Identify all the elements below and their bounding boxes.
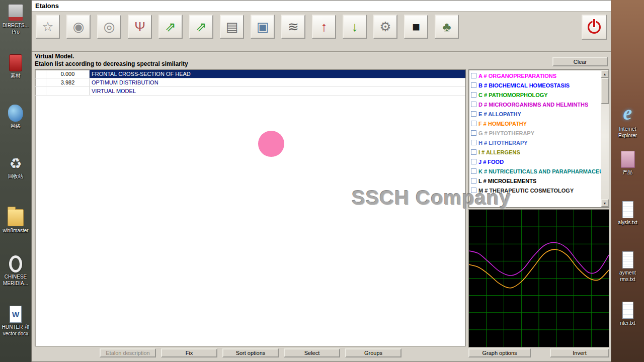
category-scrollbar[interactable]: ▲ ▼ [601,70,609,207]
etalon-row-label: VIRTUAL MODEL [90,87,465,95]
virtual-model-marker [258,131,284,157]
category-item[interactable]: J # FOOD [469,157,601,166]
etalon-list[interactable]: 0.000FRONTAL CROSS-SECTION OF HEAD3.982O… [35,69,466,346]
spectrum-graph [468,209,609,347]
vessels-button[interactable]: Ψ [128,15,152,39]
print-icon: ▤ [226,20,238,33]
window-titlebar[interactable]: Etalons [32,1,611,12]
category-item[interactable]: G # PHYTOTHERAPY [469,128,601,138]
graph-button-row: Graph optionsInvert [468,348,609,357]
etalon-row-marker [35,78,46,86]
spectrum-button[interactable]: ≋ [281,15,305,39]
category-checkbox[interactable] [471,121,476,126]
ie-icon: e [623,101,632,125]
category-item[interactable]: L # MICROELEMENTS [469,176,601,186]
etalon-row-label: FRONTAL CROSS-SECTION OF HEAD [90,70,465,78]
category-checkbox[interactable] [471,130,476,136]
settings-gears-icon: ⚙ [379,20,391,33]
desktop-icon-hunter-doc[interactable]: WHUNTER 和 vector.docx [0,306,31,356]
brain-button[interactable]: ◉ [66,15,91,39]
category-checkbox[interactable] [471,159,476,164]
etalon-row-value: 3.982 [46,78,90,86]
category-label: I # ALLERGENS [478,149,520,155]
clear-button[interactable]: Clear [552,57,608,66]
category-item[interactable]: B # BIOCHEMICAL HOMEOSTASIS [469,80,601,90]
brain-icon: ◉ [73,20,85,33]
eraser-button[interactable]: ■ [404,15,428,39]
print-button[interactable]: ▤ [220,15,244,39]
etalon-list-heading: Etalon list according to decreasing spec… [35,60,188,67]
category-checkbox[interactable] [471,178,476,184]
etalon-row[interactable]: VIRTUAL MODEL [35,87,465,96]
etalon-row[interactable]: 0.000FRONTAL CROSS-SECTION OF HEAD [35,70,465,78]
category-label: C # PATHOMORPHOLOGY [478,92,548,98]
desktop-icon-label: win8master [3,228,28,234]
category-item[interactable]: M # THERAPEUTIC COSMETOLOGY [469,186,601,195]
category-list: A # ORGANOPREPARATIONSB # BIOCHEMICAL HO… [469,71,601,195]
etalon-row[interactable]: 3.982OPTIMUM DISTRIBUTION [35,78,465,87]
category-label: H # LITOTHERAPY [478,140,528,146]
desktop-icon-win8master[interactable]: win8master [0,205,31,255]
category-checkbox[interactable] [471,111,476,117]
desktop-icon-alysis-txt[interactable]: alysis.txt [612,201,643,251]
settings-gears-button[interactable]: ⚙ [373,15,397,39]
category-checkbox[interactable] [471,73,476,78]
compare-chart-icon: ⇗ [196,20,207,33]
desktop-icon-chinese-meridian[interactable]: CHINESE MERIDIA... [0,255,31,306]
ring-icon [9,255,22,273]
bottom-button-row: Etalon descriptionFixSort optionsSelectG… [100,348,401,357]
entropy-chart-button[interactable]: ⇗ [158,15,183,39]
desktop-icon-chanpin[interactable]: 产品 [612,151,643,201]
category-item[interactable]: K # NUTRICEUTICALS AND PARAPHARMACEUTICA… [469,166,601,176]
category-item[interactable]: H # LITOTHERAPY [469,138,601,147]
category-item[interactable]: C # PATHOMORPHOLOGY [469,90,601,100]
notepad-icon [622,201,633,218]
category-checkbox[interactable] [471,82,476,88]
category-checkbox[interactable] [471,149,476,155]
category-item[interactable]: E # ALLOPATHY [469,109,601,119]
desktop-icon-directs-pro[interactable]: DIRECTS... Pro [0,4,31,54]
category-checkbox[interactable] [471,188,476,193]
category-label: M # THERAPEUTIC COSMETOLOGY [478,188,574,194]
category-checkbox[interactable] [471,140,476,145]
desktop-icon-label: 网络 [11,123,21,130]
category-checkbox[interactable] [471,92,476,98]
toolbar: ☆◉◎Ψ⇗⇗▤▣≋↑↓⚙■♣ [32,12,611,52]
category-checkbox[interactable] [471,168,476,174]
desktop-icon-recycle-bin[interactable]: ♻回收站 [0,155,31,205]
category-item[interactable]: D # MICROORGANISMS AND HELMINTHS [469,100,601,109]
invert-button[interactable]: Invert [550,348,609,357]
desktop-icon-label: ayment rms.txt [619,270,636,283]
desktop-icon-ayment-txt[interactable]: ayment rms.txt [612,251,643,302]
desktop-icon-nter-txt[interactable]: nter.txt [612,302,643,352]
fix-button[interactable]: Fix [161,348,217,357]
meridians-icon: ◎ [104,20,115,33]
category-item[interactable]: A # ORGANOPREPARATIONS [469,71,601,80]
desktop-icon-label: 回收站 [8,173,23,180]
meridians-button[interactable]: ◎ [97,15,121,39]
category-item[interactable]: F # HOMEOPATHY [469,119,601,128]
etalon-row-value [46,87,90,95]
etalon-row-marker [35,87,46,95]
groups-button[interactable]: Groups [345,348,401,357]
sort-options-button[interactable]: Sort options [222,348,279,357]
magic-wand-button[interactable]: ☆ [36,15,60,39]
desktop-icon-sucai[interactable]: 素材 [0,54,31,105]
desktop-icon-internet-explorer[interactable]: eInternet Explorer [612,101,643,151]
etalon-load-button[interactable]: ↓ [343,15,367,39]
scroll-down-button[interactable]: ▼ [601,199,609,207]
compare-chart-button[interactable]: ⇗ [189,15,213,39]
herbs-button[interactable]: ♣ [435,15,459,39]
etalon-record-button[interactable]: ↑ [312,15,336,39]
select-button[interactable]: Select [284,348,340,357]
graph-options-button[interactable]: Graph options [468,348,531,357]
category-checkbox[interactable] [471,102,476,107]
category-item[interactable]: I # ALLERGENS [469,147,601,157]
desktop-icon-label: DIRECTS... Pro [3,23,29,35]
exit-button[interactable] [582,15,607,40]
scrollbar-thumb[interactable] [601,78,609,104]
card-index-button[interactable]: ▣ [251,15,275,39]
desktop-icon-wangluo[interactable]: 网络 [0,105,31,155]
scroll-up-button[interactable]: ▲ [601,70,609,78]
category-label: L # MICROELEMENTS [478,178,536,184]
